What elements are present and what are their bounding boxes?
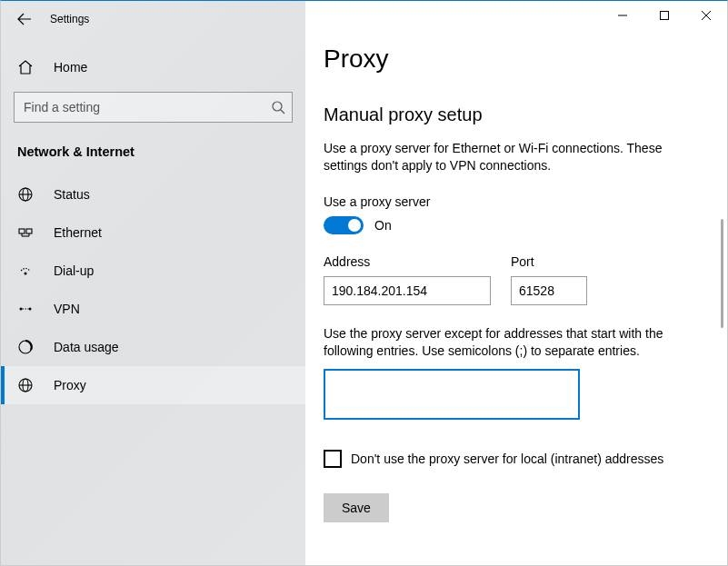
section-title: Manual proxy setup bbox=[324, 104, 698, 125]
sidebar-item-label: Data usage bbox=[54, 340, 119, 354]
titlebar-left: Settings bbox=[1, 1, 305, 37]
use-proxy-label: Use a proxy server bbox=[324, 194, 698, 209]
data-usage-icon bbox=[17, 339, 34, 355]
port-field-group: Port bbox=[511, 254, 587, 305]
sidebar-item-dialup[interactable]: Dial-up bbox=[1, 252, 305, 290]
svg-rect-6 bbox=[26, 229, 32, 233]
vpn-icon bbox=[17, 301, 34, 317]
content: Proxy Manual proxy setup Use a proxy ser… bbox=[305, 37, 727, 565]
scrollbar-thumb[interactable] bbox=[721, 219, 723, 328]
use-proxy-toggle[interactable] bbox=[324, 216, 364, 234]
sidebar-item-ethernet[interactable]: Ethernet bbox=[1, 213, 305, 252]
exceptions-desc: Use the proxy server except for addresse… bbox=[324, 325, 696, 360]
toggle-state-label: On bbox=[374, 218, 392, 233]
close-icon bbox=[702, 11, 711, 20]
local-bypass-row: Don't use the proxy server for local (in… bbox=[324, 450, 698, 468]
ethernet-icon bbox=[17, 224, 34, 241]
search-wrap bbox=[14, 92, 293, 123]
sidebar-nav: Status Ethernet Dial-up bbox=[1, 172, 305, 404]
svg-rect-5 bbox=[19, 229, 25, 233]
globe-icon bbox=[17, 186, 34, 203]
search-input[interactable] bbox=[14, 92, 293, 123]
sidebar-item-label: Status bbox=[54, 187, 90, 202]
maximize-icon bbox=[660, 11, 669, 20]
sidebar-item-label: Dial-up bbox=[54, 263, 94, 278]
sidebar-item-vpn[interactable]: VPN bbox=[1, 290, 305, 328]
svg-point-10 bbox=[25, 273, 27, 275]
sidebar-item-datausage[interactable]: Data usage bbox=[1, 328, 305, 366]
back-button[interactable] bbox=[15, 10, 34, 28]
local-bypass-checkbox[interactable] bbox=[324, 450, 342, 468]
back-arrow-icon bbox=[17, 12, 32, 26]
port-label: Port bbox=[511, 254, 587, 269]
address-label: Address bbox=[324, 254, 491, 269]
dialup-icon bbox=[17, 263, 34, 279]
page-title: Proxy bbox=[324, 45, 698, 74]
maximize-button[interactable] bbox=[643, 1, 685, 30]
app-title: Settings bbox=[50, 13, 89, 25]
exceptions-input[interactable] bbox=[324, 369, 580, 420]
window-controls bbox=[602, 1, 727, 30]
sidebar-item-proxy[interactable]: Proxy bbox=[1, 366, 305, 404]
save-button[interactable]: Save bbox=[324, 493, 389, 522]
sidebar: Settings Home Network & Internet bbox=[1, 1, 305, 565]
main: Proxy Manual proxy setup Use a proxy ser… bbox=[305, 1, 727, 565]
minimize-button[interactable] bbox=[602, 1, 643, 30]
svg-point-12 bbox=[29, 308, 32, 311]
home-icon bbox=[17, 59, 34, 75]
minimize-icon bbox=[618, 11, 627, 20]
use-proxy-row: On bbox=[324, 216, 698, 234]
section-desc: Use a proxy server for Ethernet or Wi-Fi… bbox=[324, 140, 696, 174]
local-bypass-label: Don't use the proxy server for local (in… bbox=[351, 452, 663, 466]
sidebar-home-label: Home bbox=[54, 60, 87, 74]
sidebar-home[interactable]: Home bbox=[1, 48, 305, 86]
sidebar-item-status[interactable]: Status bbox=[1, 175, 305, 213]
address-input[interactable] bbox=[324, 276, 491, 305]
titlebar-right bbox=[305, 1, 727, 37]
sidebar-item-label: VPN bbox=[54, 302, 80, 316]
sidebar-item-label: Ethernet bbox=[54, 225, 102, 240]
svg-point-11 bbox=[20, 308, 23, 311]
address-port-row: Address Port bbox=[324, 254, 698, 305]
proxy-icon bbox=[17, 377, 34, 393]
port-input[interactable] bbox=[511, 276, 587, 305]
svg-rect-19 bbox=[661, 12, 669, 20]
sidebar-item-label: Proxy bbox=[54, 378, 86, 392]
sidebar-section-header: Network & Internet bbox=[1, 139, 305, 172]
close-button[interactable] bbox=[685, 1, 727, 30]
address-field-group: Address bbox=[324, 254, 491, 305]
